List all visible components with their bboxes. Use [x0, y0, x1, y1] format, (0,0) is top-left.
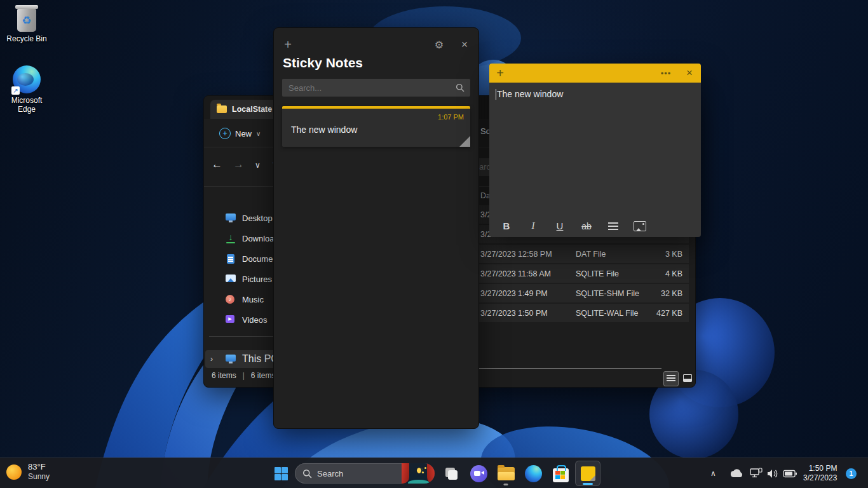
- desktop-icon-microsoft-edge[interactable]: ↗ Microsoft Edge: [0, 65, 53, 114]
- file-row[interactable]: 3/27/2023 1:50 PM SQLITE-WAL File 427 KB: [478, 304, 689, 322]
- pictures-icon: [226, 274, 236, 283]
- sticky-notes-button[interactable]: [575, 461, 600, 486]
- music-icon: ♪: [226, 295, 236, 304]
- edge-icon: ↗: [13, 65, 41, 93]
- edge-button[interactable]: [520, 461, 546, 486]
- note-title-bar[interactable]: + ••• ×: [489, 64, 701, 83]
- icons-view-icon: [683, 374, 692, 382]
- icons-view-button[interactable]: [681, 371, 695, 385]
- weather-widget[interactable]: 83°F Sunny: [6, 462, 50, 482]
- page-title: Sticky Notes: [283, 55, 363, 71]
- taskbar-search[interactable]: Search: [295, 463, 435, 484]
- note-close-button[interactable]: ×: [678, 67, 701, 79]
- this-pc-icon: [226, 355, 236, 363]
- folder-icon: [217, 105, 227, 113]
- edge-label: Microsoft Edge: [3, 96, 51, 114]
- show-hidden-icons-button[interactable]: ∧: [710, 458, 716, 488]
- recycle-bin-label: Recycle Bin: [0, 34, 53, 43]
- shortcut-arrow-icon: ↗: [11, 86, 20, 95]
- page-curl-icon: [459, 136, 470, 147]
- tray-time: 1:50 PM: [803, 464, 837, 473]
- sun-icon: [6, 464, 22, 480]
- tab-label: LocalState: [232, 105, 272, 114]
- volume-tray-icon[interactable]: [766, 458, 779, 488]
- search-highlight-image[interactable]: [402, 463, 435, 484]
- notes-search-input[interactable]: [282, 83, 456, 93]
- underline-button[interactable]: U: [546, 217, 573, 236]
- file-row[interactable]: 3/27/2023 12:58 PM DAT File 3 KB: [478, 245, 689, 263]
- sticky-notes-icon: [581, 466, 595, 481]
- onedrive-tray-icon[interactable]: [729, 458, 743, 488]
- chat-button[interactable]: [466, 461, 491, 486]
- search-icon: [302, 469, 312, 478]
- store-icon: [553, 468, 569, 482]
- windows-logo-icon: [275, 467, 288, 480]
- desktop-screen: ♻ Recycle Bin ↗ Microsoft Edge LocalStat…: [0, 0, 868, 488]
- running-indicator: [504, 484, 508, 485]
- new-button[interactable]: + New ∨: [213, 124, 267, 143]
- speaker-icon: [766, 468, 779, 479]
- list-icon: [608, 222, 618, 230]
- sticky-note-window: + ••• × The new window B I U ab: [489, 64, 701, 237]
- item-count: 6 items: [212, 371, 236, 380]
- weather-temp: 83°F: [28, 462, 50, 472]
- selected-count: 6 items: [251, 371, 276, 380]
- notes-search-box[interactable]: [282, 79, 470, 97]
- cloud-icon: [729, 469, 743, 478]
- circle-plus-icon: +: [219, 128, 231, 139]
- edge-icon: [525, 465, 542, 482]
- recycle-bin-icon: ♻: [0, 5, 53, 32]
- bullet-list-button[interactable]: [600, 217, 627, 236]
- taskbar-search-label: Search: [317, 469, 402, 478]
- file-explorer-button[interactable]: [493, 461, 519, 486]
- file-explorer-icon: [498, 467, 515, 480]
- strikethrough-button[interactable]: ab: [573, 217, 600, 236]
- close-icon: ×: [461, 38, 468, 51]
- back-button[interactable]: ←: [212, 158, 222, 171]
- start-button[interactable]: [268, 461, 294, 486]
- settings-button[interactable]: ⚙: [428, 33, 451, 56]
- desktop-pin-icon: [226, 214, 236, 222]
- battery-icon: [783, 470, 797, 478]
- taskbar: 83°F Sunny Search: [0, 458, 868, 488]
- note-menu-button[interactable]: •••: [654, 69, 678, 78]
- chat-icon: [470, 465, 487, 482]
- microsoft-store-button[interactable]: [548, 461, 573, 486]
- italic-button[interactable]: I: [520, 217, 546, 236]
- pane-divider: [478, 368, 661, 369]
- gear-icon: ⚙: [435, 39, 444, 51]
- documents-icon: [226, 254, 236, 263]
- file-row[interactable]: 3/27/2023 1:49 PM SQLITE-SHM File 32 KB: [478, 284, 689, 302]
- note-body-text[interactable]: The new window: [497, 89, 563, 99]
- battery-tray-icon[interactable]: [783, 458, 797, 488]
- file-row[interactable]: 3/27/2023 11:58 AM SQLITE File 4 KB: [478, 264, 689, 283]
- close-icon: ×: [686, 67, 693, 79]
- chevron-down-icon: ∨: [256, 130, 261, 137]
- notification-badge: 1: [846, 468, 857, 479]
- desktop-icon-recycle-bin[interactable]: ♻ Recycle Bin: [0, 5, 53, 43]
- forward-button[interactable]: →: [233, 158, 244, 171]
- network-tray-icon[interactable]: [750, 458, 763, 488]
- close-button[interactable]: ×: [453, 33, 476, 56]
- note-preview-text: The new window: [291, 125, 357, 135]
- details-view-button[interactable]: [663, 371, 679, 386]
- chevron-up-icon: ∧: [710, 469, 716, 478]
- bold-button[interactable]: B: [493, 217, 520, 236]
- weather-condition: Sunny: [28, 472, 50, 482]
- clock-tray[interactable]: 1:50 PM 3/27/2023: [803, 458, 837, 488]
- ellipsis-icon: •••: [661, 69, 672, 78]
- text-cursor: [496, 89, 496, 100]
- insert-image-button[interactable]: [627, 217, 653, 236]
- note-list-item[interactable]: 1:07 PM The new window: [282, 106, 470, 147]
- new-note-button[interactable]: +: [276, 33, 299, 56]
- active-indicator: [583, 483, 593, 485]
- plus-icon: +: [284, 37, 292, 52]
- expand-chevron-icon[interactable]: ›: [210, 355, 219, 363]
- videos-icon: ▶: [226, 315, 236, 324]
- image-icon: [634, 221, 646, 231]
- task-view-button[interactable]: [438, 461, 464, 486]
- details-view-icon: [667, 375, 675, 383]
- recent-locations-button[interactable]: ∨: [255, 161, 261, 170]
- add-note-button[interactable]: +: [489, 66, 511, 81]
- notification-center-button[interactable]: 1: [846, 458, 857, 488]
